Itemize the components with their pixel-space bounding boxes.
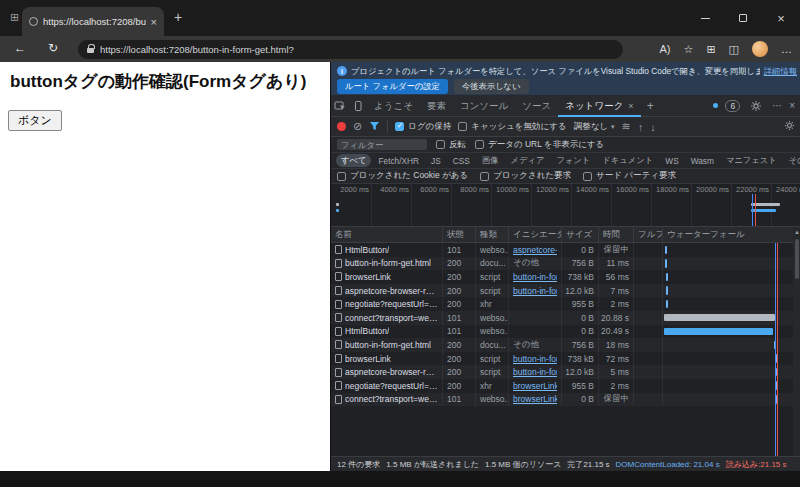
devtools-tab[interactable]: 要素 — [420, 95, 453, 117]
scrollbar-up-icon[interactable]: ▲ — [793, 227, 800, 237]
console-messages-badge[interactable]: 6 — [725, 100, 740, 112]
blocked-filter-checkbox[interactable]: ブロックされた要求 — [480, 170, 571, 182]
devtools-tab[interactable]: ネットワーク× — [558, 95, 640, 117]
cell-waterfall — [663, 325, 793, 339]
filter-chip[interactable]: ドキュメント — [597, 154, 658, 167]
filter-chip[interactable]: WS — [660, 155, 683, 167]
network-overview-timeline[interactable]: 2000 ms4000 ms6000 ms8000 ms10000 ms1200… — [331, 184, 800, 227]
profile-avatar[interactable] — [752, 41, 768, 57]
invert-checkbox[interactable]: 反転 — [436, 139, 466, 151]
devtools-menu-icon[interactable]: ⋯ — [772, 100, 782, 111]
initiator-link[interactable]: browserLink:47 — [513, 394, 557, 404]
minimize-button[interactable] — [686, 0, 724, 36]
filter-chip[interactable]: Fetch/XHR — [373, 155, 424, 167]
split-screen-icon[interactable]: ◫ — [729, 43, 739, 56]
cell-name: HtmlButton/ — [331, 325, 443, 339]
settings-more-icon[interactable]: … — [781, 43, 792, 55]
column-header[interactable]: 名前 — [331, 227, 443, 242]
import-har-icon[interactable]: ↑ — [638, 121, 644, 133]
set-root-folder-button[interactable]: ルート フォルダーの設定 — [337, 79, 448, 94]
table-row[interactable]: button-in-form-get.html200docu...その他756 … — [331, 257, 793, 271]
learn-more-link[interactable]: 詳細情報 — [764, 66, 797, 77]
table-row[interactable]: HtmlButton/101webso...aspnetcore-br...0 … — [331, 243, 793, 257]
filter-chip[interactable]: マニフェスト — [721, 154, 782, 167]
new-tab-button[interactable]: + — [174, 9, 182, 25]
filter-chip[interactable]: すべて — [336, 154, 371, 167]
initiator-link[interactable]: button-in-for... — [513, 286, 557, 296]
cell-size: 0 B — [562, 393, 599, 407]
devtools-tab[interactable]: ようこそ — [367, 95, 420, 117]
export-har-icon[interactable]: ↓ — [650, 121, 656, 133]
devtools-tab[interactable]: ソース — [515, 95, 558, 117]
table-row[interactable]: connect?transport=webSoc...101webso...br… — [331, 393, 793, 407]
filter-chip[interactable]: 画像 — [477, 154, 504, 167]
clear-icon[interactable]: ⊘ — [353, 120, 362, 133]
initiator-link[interactable]: button-in-for... — [513, 354, 557, 364]
table-row[interactable]: HtmlButton/101webso...0 B20.49 s — [331, 325, 793, 339]
table-row[interactable]: negotiate?requestUrl=https...200xhrbrows… — [331, 379, 793, 393]
column-header[interactable]: 種類 — [476, 227, 509, 242]
filter-chip[interactable]: Wasm — [686, 155, 719, 167]
lock-icon[interactable] — [87, 48, 94, 53]
device-toolbar-icon[interactable] — [349, 100, 367, 112]
preserve-log-checkbox[interactable]: ログの保持 — [395, 121, 451, 133]
table-row[interactable]: browserLink200scriptbutton-in-for...738 … — [331, 352, 793, 366]
column-header[interactable]: フルフ... — [634, 227, 663, 242]
address-bar[interactable]: https://localhost:7208/button-in-form-ge… — [78, 40, 623, 59]
scrollbar-thumb[interactable] — [795, 239, 799, 279]
devtools-tab[interactable]: コンソール — [453, 95, 515, 117]
collections-icon[interactable]: ⊞ — [706, 43, 715, 56]
table-row[interactable]: browserLink200scriptbutton-in-for...738 … — [331, 270, 793, 284]
column-header[interactable]: 時間 — [599, 227, 634, 242]
checkbox-icon — [583, 172, 592, 181]
filter-chip[interactable]: JS — [426, 155, 446, 167]
add-tab-icon[interactable]: + — [641, 99, 660, 113]
filter-chip[interactable]: その他 — [784, 154, 800, 167]
initiator-link[interactable]: button-in-for... — [513, 272, 557, 282]
initiator-link[interactable]: browserLink:21 — [513, 381, 557, 391]
column-header[interactable]: イニシエーター — [509, 227, 562, 242]
browser-window: ⊞ https://localhost:7208/button-in × + ×… — [0, 0, 800, 487]
maximize-button[interactable] — [724, 0, 762, 36]
cell-waterfall — [663, 257, 793, 271]
hide-data-urls-checkbox[interactable]: データの URL を非表示にする — [475, 139, 604, 151]
filter-chip[interactable]: フォント — [551, 154, 595, 167]
record-icon[interactable] — [337, 122, 346, 131]
devtools-settings-icon[interactable] — [747, 100, 765, 112]
page-button[interactable]: ボタン — [8, 110, 62, 131]
browser-tab[interactable]: https://localhost:7208/button-in × — [22, 7, 164, 36]
network-settings-icon[interactable] — [784, 120, 795, 133]
filter-input[interactable] — [337, 139, 427, 150]
column-header[interactable]: 状態 — [443, 227, 476, 242]
network-conditions-icon[interactable]: ≋ — [622, 120, 631, 133]
dismiss-button[interactable]: 今後表示しない — [454, 79, 529, 94]
column-header[interactable]: ウォーターフォール — [663, 227, 793, 242]
column-header[interactable]: サイズ — [562, 227, 599, 242]
table-row[interactable]: aspnetcore-browser-refres...200scriptbut… — [331, 365, 793, 379]
filter-chip[interactable]: CSS — [448, 155, 475, 167]
blocked-filter-checkbox[interactable]: ブロックされた Cookie がある — [337, 170, 468, 182]
table-row[interactable]: aspnetcore-browser-refres...200scriptbut… — [331, 284, 793, 298]
filter-funnel-icon[interactable] — [369, 121, 380, 133]
refresh-button[interactable]: ↻ — [48, 41, 58, 55]
back-button[interactable]: ← — [14, 41, 26, 55]
table-row[interactable]: connect?transport=webSoc...101webso...0 … — [331, 311, 793, 325]
throttling-dropdown[interactable]: 調整なし ▾ — [574, 121, 615, 133]
tab-close-icon[interactable]: × — [151, 16, 157, 28]
disable-cache-checkbox[interactable]: キャッシュを無効にする — [458, 121, 566, 133]
cell-initiator: button-in-for... — [509, 365, 562, 379]
table-row[interactable]: button-in-form-get.html200docu...その他756 … — [331, 338, 793, 352]
filter-chip[interactable]: メディア — [505, 154, 549, 167]
favorites-star-icon[interactable]: ☆ — [684, 43, 694, 56]
window-close-button[interactable]: × — [762, 0, 800, 36]
table-row[interactable]: negotiate?requestUrl=https...200xhr955 B… — [331, 297, 793, 311]
cell-waterfall — [663, 284, 793, 298]
devtools-close-icon[interactable]: × — [789, 100, 795, 111]
read-aloud-icon[interactable]: A) — [660, 43, 671, 55]
blocked-filter-checkbox[interactable]: サード パーティ要求 — [583, 170, 676, 182]
tab-close-icon[interactable]: × — [628, 101, 633, 111]
table-scrollbar[interactable]: ▲ — [793, 227, 800, 456]
initiator-link[interactable]: button-in-for... — [513, 367, 557, 377]
inspect-element-icon[interactable] — [331, 100, 349, 112]
initiator-link[interactable]: aspnetcore-br... — [513, 245, 557, 255]
